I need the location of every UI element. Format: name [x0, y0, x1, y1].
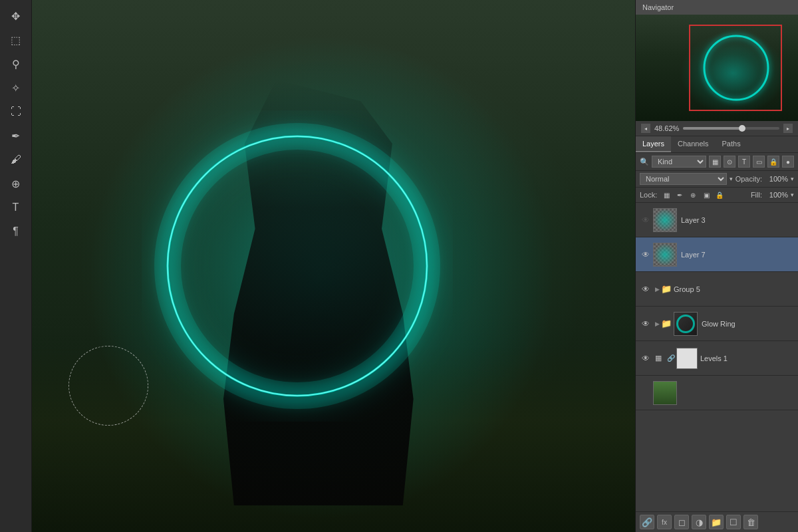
- levels1-adjustment-icon: ▦: [653, 353, 664, 364]
- filter-smart-btn[interactable]: 🔒: [767, 156, 779, 168]
- canvas-area[interactable]: [32, 0, 635, 532]
- glow-ring-expand[interactable]: ▶: [653, 318, 661, 330]
- zoom-out-button[interactable]: ◂: [641, 124, 650, 133]
- layers-tabs: Layers Channels Paths: [636, 136, 798, 153]
- brush-tool[interactable]: 🖌: [5, 149, 27, 170]
- new-adjustment-btn[interactable]: ◑: [692, 515, 706, 529]
- layer-row-layer7[interactable]: 👁 Layer 7: [636, 237, 798, 272]
- opacity-label: Opacity:: [735, 175, 762, 183]
- layer3-thumb-teal: [654, 209, 676, 231]
- eyedropper-tool[interactable]: ✒: [5, 125, 27, 146]
- canvas-image: [32, 0, 635, 532]
- layers-filter-row: 🔍 Kind ▦ ⊙ T ▭ 🔒 ●: [636, 153, 798, 171]
- blend-mode-row: Normal Multiply Screen Overlay ▾ Opacity…: [636, 171, 798, 188]
- layer7-thumbnail: [653, 243, 677, 267]
- navigator-viewport-rect[interactable]: [689, 25, 782, 111]
- link-layers-btn[interactable]: 🔗: [640, 515, 654, 529]
- glow-ring-thumb-ring: [676, 315, 695, 333]
- new-layer-btn[interactable]: ☐: [726, 515, 741, 529]
- filter-pixel-btn[interactable]: ▦: [709, 156, 721, 168]
- opacity-dropdown-arrow: ▾: [791, 176, 794, 182]
- filter-shape-btn[interactable]: ▭: [753, 156, 765, 168]
- new-group-btn[interactable]: 📁: [709, 515, 724, 529]
- glow-ring-folder-icon: 📁: [661, 319, 672, 329]
- lock-label: Lock:: [640, 191, 657, 199]
- levels1-visibility[interactable]: 👁: [640, 352, 652, 364]
- zoom-slider[interactable]: [683, 127, 779, 130]
- glow-ring-visibility[interactable]: 👁: [640, 318, 652, 330]
- layer-row-bg[interactable]: 👁: [636, 376, 798, 410]
- lock-transparent-btn[interactable]: ▦: [661, 190, 672, 200]
- add-style-btn[interactable]: fx: [657, 515, 672, 529]
- fill-dropdown-arrow: ▾: [791, 192, 794, 198]
- tab-layers[interactable]: Layers: [636, 136, 671, 152]
- glow-ring-thumbnail: [674, 312, 698, 336]
- text-tool[interactable]: T: [5, 197, 27, 218]
- layer7-thumb-teal: [654, 243, 676, 266]
- layer-kind-dropdown[interactable]: Kind: [652, 156, 706, 168]
- layer7-visibility[interactable]: 👁: [640, 249, 652, 261]
- levels1-name: Levels 1: [700, 354, 794, 362]
- zoom-in-button[interactable]: ▸: [783, 124, 793, 133]
- group5-visibility[interactable]: 👁: [640, 283, 652, 295]
- layer7-name: Layer 7: [681, 251, 794, 259]
- group5-name: Group 5: [674, 285, 794, 293]
- search-icon: 🔍: [640, 158, 649, 166]
- navigator-header: Navigator: [636, 0, 798, 15]
- filter-adjustment-btn[interactable]: ⊙: [724, 156, 735, 168]
- blend-dropdown-arrow: ▾: [730, 176, 733, 182]
- lock-position-btn[interactable]: ⊕: [688, 190, 698, 200]
- layers-panel: Layers Channels Paths 🔍 Kind ▦ ⊙ T ▭ 🔒 ●…: [636, 136, 798, 532]
- bg-thumbnail: [653, 381, 677, 405]
- zoom-slider-thumb[interactable]: [739, 125, 745, 132]
- layers-list: 👁 Layer 3 👁 Layer 7 👁 ▶ �: [636, 203, 798, 511]
- selection-tool[interactable]: ⬚: [5, 29, 27, 51]
- lock-artboard-btn[interactable]: ▣: [701, 190, 712, 200]
- filter-toggle[interactable]: ●: [782, 156, 794, 168]
- navigator-title: Navigator: [642, 3, 674, 11]
- layer-row-glow-ring[interactable]: 👁 ▶ 📁 Glow Ring: [636, 307, 798, 341]
- lock-row: Lock: ▦ ✒ ⊕ ▣ 🔒 Fill: 100% ▾: [636, 188, 798, 203]
- layer-row-group5[interactable]: 👁 ▶ 📁 Group 5: [636, 272, 798, 307]
- zoom-slider-track: [683, 127, 741, 130]
- lasso-tool[interactable]: ⚲: [5, 53, 27, 74]
- levels1-mask-white: [677, 348, 697, 368]
- magic-wand-tool[interactable]: ✧: [5, 77, 27, 98]
- paragraph-tool[interactable]: ¶: [5, 221, 27, 242]
- layer3-visibility[interactable]: 👁: [640, 214, 652, 226]
- navigator-preview[interactable]: [636, 15, 798, 121]
- crop-tool[interactable]: ⛶: [5, 101, 27, 122]
- navigator-zoom-bar: ◂ 48.62% ▸: [636, 121, 798, 136]
- move-tool[interactable]: ✥: [5, 5, 27, 27]
- layer3-thumbnail: [653, 208, 677, 232]
- tab-channels[interactable]: Channels: [671, 136, 715, 152]
- svg-point-0: [168, 136, 427, 396]
- zoom-percentage: 48.62%: [654, 124, 679, 132]
- levels1-mask-thumbnail: [676, 348, 698, 369]
- navigator-panel: Navigator: [636, 0, 798, 136]
- delete-layer-btn[interactable]: 🗑: [743, 515, 758, 529]
- fill-label: Fill:: [751, 191, 762, 199]
- bg-thumb-grass: [654, 382, 676, 404]
- lock-pixels-btn[interactable]: ✒: [674, 190, 685, 200]
- levels1-link-icon: 🔗: [667, 354, 675, 362]
- fill-value[interactable]: 100%: [765, 191, 788, 199]
- right-panel: Navigator: [635, 0, 798, 532]
- filter-type-btn[interactable]: T: [738, 156, 750, 168]
- layer3-name: Layer 3: [681, 216, 794, 224]
- layers-toolbar-bottom: 🔗 fx ◻ ◑ 📁 ☐ 🗑: [636, 511, 798, 532]
- layer-row-levels1[interactable]: 👁 ▦ 🔗 Levels 1: [636, 341, 798, 376]
- group5-folder-icon: 📁: [661, 284, 672, 295]
- layer-row-layer3[interactable]: 👁 Layer 3: [636, 203, 798, 237]
- glow-ring-effect: [138, 106, 457, 426]
- glow-ring-name: Glow Ring: [702, 320, 794, 328]
- bg-visibility[interactable]: 👁: [640, 387, 652, 399]
- lock-all-btn[interactable]: 🔒: [714, 190, 725, 200]
- opacity-value[interactable]: 100%: [765, 175, 788, 183]
- blend-mode-dropdown[interactable]: Normal Multiply Screen Overlay: [640, 173, 727, 185]
- add-mask-btn[interactable]: ◻: [674, 515, 689, 529]
- toolbar: ✥ ⬚ ⚲ ✧ ⛶ ✒ 🖌 ⊕ T ¶: [0, 0, 32, 532]
- tab-paths[interactable]: Paths: [716, 136, 747, 152]
- clone-stamp-tool[interactable]: ⊕: [5, 173, 27, 194]
- group5-expand[interactable]: ▶: [653, 283, 661, 295]
